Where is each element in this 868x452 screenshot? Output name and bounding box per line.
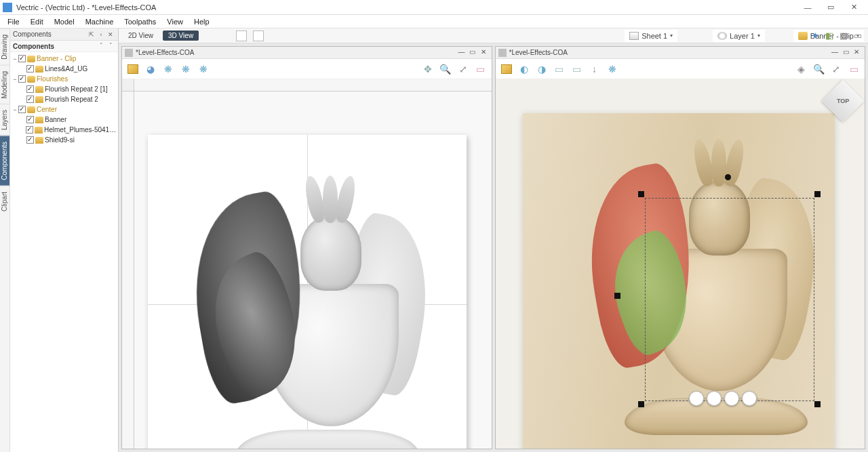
material-tool[interactable]	[500, 62, 513, 76]
menu-edit[interactable]: Edit	[26, 16, 48, 27]
menu-toolpaths[interactable]: Toolpaths	[119, 16, 161, 27]
view-min-button[interactable]: —	[456, 48, 467, 58]
gizmo-button-3[interactable]	[724, 391, 739, 406]
preview-tool-3[interactable]: ❋	[197, 62, 210, 76]
chevron-down-icon: ▾	[670, 33, 673, 39]
zoom-window-tool[interactable]: ▭	[847, 62, 861, 76]
tree-expand-icon[interactable]: −	[12, 106, 18, 113]
settings-tool[interactable]: ❋	[606, 62, 619, 76]
side-tab-clipart[interactable]: Clipart	[0, 186, 9, 217]
tree-visibility-checkbox[interactable]	[18, 55, 26, 62]
view-pane-left: *Level-Effects-COA — ▭ ✕ ◕ ❋ ❋ ❋ ✥ 🔍 ⤢ ▭	[121, 46, 492, 449]
snap-tool-icon[interactable]: ◧	[823, 30, 835, 42]
selection-rotate-handle[interactable]	[725, 174, 731, 180]
selection-handle-tr[interactable]	[814, 191, 821, 197]
panel-close-button[interactable]: ✕	[106, 30, 115, 39]
sheet-dropdown[interactable]: Sheet 1 ▾	[625, 30, 677, 42]
tree-visibility-checkbox[interactable]	[18, 75, 26, 83]
layer-dropdown[interactable]: Layer 1 ▾	[713, 30, 765, 42]
tab-3d-view[interactable]: 3D View	[163, 30, 199, 41]
download-tool[interactable]: ↓	[588, 62, 601, 76]
tree-row[interactable]: −Flourishes	[10, 74, 118, 84]
layout-split-button[interactable]	[253, 30, 264, 41]
window-maximize-button[interactable]: ▭	[819, 1, 842, 14]
zoom-in-tool[interactable]: 🔍	[812, 62, 825, 76]
side-tab-layers[interactable]: Layers	[0, 104, 9, 136]
tab-2d-view[interactable]: 2D View	[123, 30, 159, 41]
pan-tool[interactable]: ✥	[421, 62, 435, 76]
window-minimize-button[interactable]: —	[796, 1, 819, 14]
view-toolbar-right: ◐ ◑ ▭ ▭ ↓ ❋ ◈ 🔍 ⤢ ▭	[496, 59, 865, 79]
canvas-2d[interactable]	[134, 91, 492, 449]
tree-visibility-checkbox[interactable]	[26, 65, 34, 73]
panel-unpin-button[interactable]: ⇱	[87, 30, 96, 39]
gizmo-button-4[interactable]	[742, 391, 757, 406]
view-min-button[interactable]: —	[829, 48, 840, 58]
menu-machine[interactable]: Machine	[81, 16, 119, 27]
tree-expand-icon[interactable]: −	[12, 56, 18, 62]
selection-handle-br[interactable]	[814, 401, 821, 407]
tree-visibility-checkbox[interactable]	[26, 136, 34, 144]
side-tab-modeling[interactable]: Modeling	[0, 65, 9, 104]
grid-tool-icon[interactable]: ▦	[837, 30, 850, 42]
iso-view-tool[interactable]: ◈	[794, 62, 808, 76]
material-tool[interactable]	[126, 62, 140, 76]
menu-view[interactable]: View	[162, 16, 188, 27]
tree-row[interactable]: Banner	[10, 115, 118, 125]
tree-row[interactable]: Flourish Repeat 2 [1]	[10, 84, 118, 94]
tree-row[interactable]: Flourish Repeat 2	[10, 94, 118, 104]
view-close-button[interactable]: ✕	[478, 48, 489, 58]
options-tool-icon[interactable]: ▭	[852, 30, 864, 42]
measure-tool-icon[interactable]: ✦	[809, 30, 821, 42]
tree-visibility-checkbox[interactable]	[26, 116, 34, 123]
toggle-shading-tool[interactable]: ◐	[517, 62, 531, 76]
window-close-button[interactable]: ✕	[842, 1, 865, 14]
menu-model[interactable]: Model	[50, 16, 79, 27]
tree-row[interactable]: −Center	[10, 104, 118, 115]
view-max-button[interactable]: ▭	[840, 48, 851, 58]
tree-visibility-checkbox[interactable]	[26, 126, 33, 133]
components-collapse-button[interactable]: ˄	[96, 42, 106, 50]
toolpath-preview-tool-2[interactable]: ▭	[570, 62, 584, 76]
gizmo-button-1[interactable]	[689, 391, 704, 406]
tree-row[interactable]: Shield9-si	[10, 135, 118, 145]
zoom-fit-tool[interactable]: ⤢	[456, 62, 470, 76]
selection-handle-bl[interactable]	[638, 401, 644, 407]
tree-row[interactable]: Helmet_Plumes-50412-A	[10, 125, 118, 135]
tree-row[interactable]: Lines&Ad_UG	[10, 64, 118, 74]
chevron-down-icon: ▾	[757, 33, 760, 39]
tree-visibility-checkbox[interactable]	[18, 106, 26, 113]
view-body-left[interactable]	[122, 79, 492, 449]
material-sheet	[148, 135, 467, 449]
preview-tool-2[interactable]: ❋	[179, 62, 193, 76]
view-toolbar-left: ◕ ❋ ❋ ❋ ✥ 🔍 ⤢ ▭	[122, 59, 492, 79]
selection-box[interactable]	[645, 198, 814, 401]
menu-file[interactable]: File	[3, 16, 24, 27]
component-preview-tool[interactable]: ◑	[535, 62, 549, 76]
toolpath-preview-tool[interactable]: ▭	[553, 62, 566, 76]
tree-row[interactable]: −Banner - Clip	[10, 54, 118, 64]
tree-expand-icon[interactable]: −	[12, 76, 18, 83]
components-tree[interactable]: −Banner - ClipLines&Ad_UG−FlourishesFlou…	[10, 52, 118, 146]
menu-help[interactable]: Help	[189, 16, 214, 27]
zoom-in-tool[interactable]: 🔍	[439, 62, 452, 76]
selection-handle-ml[interactable]	[614, 293, 620, 299]
components-expand-button[interactable]: ˅	[106, 42, 115, 50]
shading-tool[interactable]: ◕	[144, 62, 157, 76]
view-max-button[interactable]: ▭	[467, 48, 478, 58]
layout-single-button[interactable]	[236, 30, 247, 41]
view-body-right[interactable]: TOP	[496, 79, 865, 449]
selection-handle-tl[interactable]	[638, 191, 644, 197]
side-tab-drawing[interactable]: Drawing	[0, 28, 9, 65]
side-tab-components[interactable]: Components	[0, 136, 9, 186]
preview-tool-1[interactable]: ❋	[161, 62, 175, 76]
gizmo-button-2[interactable]	[707, 391, 722, 406]
tree-visibility-checkbox[interactable]	[26, 85, 34, 93]
panel-menu-button[interactable]: ‹	[96, 30, 106, 39]
zoom-window-tool[interactable]: ▭	[474, 62, 488, 76]
zoom-fit-tool[interactable]: ⤢	[829, 62, 843, 76]
tree-visibility-checkbox[interactable]	[26, 96, 34, 103]
view-close-button[interactable]: ✕	[851, 48, 862, 58]
canvas-3d[interactable]: TOP	[496, 79, 865, 449]
level-icon	[27, 56, 35, 62]
